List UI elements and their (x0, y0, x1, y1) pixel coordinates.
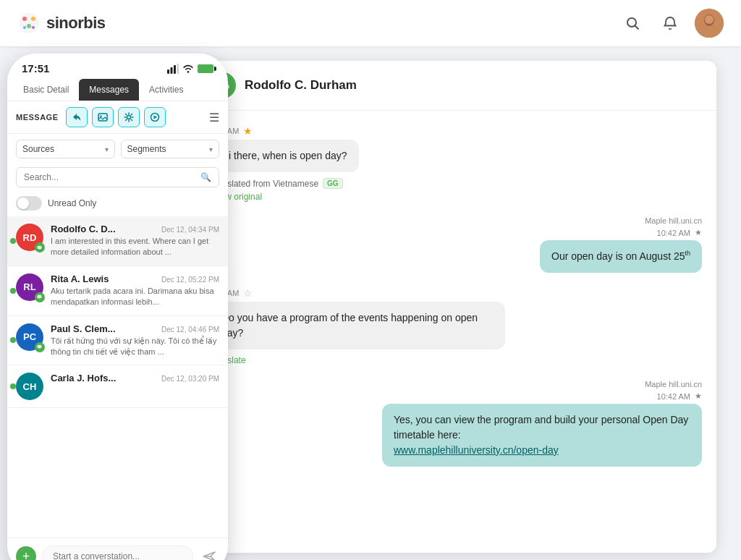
svg-point-22 (187, 71, 190, 73)
conversation-body: Paul S. Clem... Dec 12, 04:46 PM Tôi rất… (51, 323, 219, 358)
conversation-item[interactable]: PC Paul S. Clem... Dec 12, 04:46 PM Tôi … (7, 316, 228, 366)
user-avatar[interactable] (695, 9, 724, 38)
chat-contact-name: Rodolfo C. Durham (245, 78, 357, 93)
chat-header: Rodolfo C. Durham (195, 61, 716, 111)
star-icon[interactable]: ★ (695, 391, 702, 401)
contact-name: Paul S. Clem... (51, 323, 116, 334)
svg-rect-21 (177, 64, 179, 74)
svg-rect-20 (174, 65, 176, 74)
wechat-badge (35, 342, 45, 352)
svg-rect-18 (167, 69, 169, 74)
wechat-badge (35, 242, 45, 253)
svg-rect-19 (171, 67, 173, 74)
battery-icon (198, 64, 213, 73)
app-name: sinorbis (46, 14, 106, 33)
svg-point-5 (32, 26, 35, 29)
toolbar-menu-button[interactable]: ☰ (209, 111, 219, 124)
chat-panel: Rodolfo C. Durham 9:42 AM ★ Hi there, wh… (195, 61, 716, 553)
star-empty-icon[interactable]: ☆ (243, 287, 253, 299)
unread-dot (10, 238, 16, 244)
sources-filter[interactable]: Sources ▾ (16, 140, 115, 158)
message-item: 9:42 AM ★ Hi there, when is open day? Tr… (210, 125, 505, 202)
gear-icon (124, 112, 134, 122)
svg-point-3 (27, 24, 31, 28)
reply-button[interactable] (66, 107, 88, 127)
svg-point-2 (31, 17, 35, 21)
message-bubble: Hi there, when is open day? (210, 140, 359, 172)
search-button[interactable] (619, 10, 645, 36)
svg-point-0 (19, 13, 39, 33)
star-icon[interactable]: ★ (695, 228, 702, 237)
unread-row: Unread Only (7, 193, 228, 216)
svg-point-33 (39, 297, 40, 297)
message-input[interactable] (42, 546, 193, 560)
chat-messages: 9:42 AM ★ Hi there, when is open day? Tr… (195, 111, 716, 553)
message-item: 9:42 AM ☆ Do you have a program of the e… (210, 287, 505, 365)
send-icon (202, 549, 216, 560)
mobile-tabs: Basic Detail Messages Activities (7, 79, 228, 101)
contact-name: Rodolfo C. D... (51, 224, 116, 234)
contact-name: Carla J. Hofs... (51, 373, 116, 383)
star-icon[interactable]: ★ (243, 125, 253, 137)
settings-button[interactable] (118, 107, 140, 127)
contact-avatar: CH (16, 373, 43, 400)
unread-dot (10, 288, 16, 294)
notifications-button[interactable] (657, 10, 683, 36)
svg-marker-27 (153, 116, 157, 119)
contact-avatar: RD (16, 224, 43, 251)
chevron-down-icon: ▾ (105, 145, 109, 153)
image-icon (98, 112, 108, 122)
tab-messages[interactable]: Messages (79, 79, 139, 101)
reply-icon (72, 112, 82, 122)
svg-point-25 (127, 116, 130, 119)
svg-point-4 (23, 26, 26, 29)
message-date: Dec 12, 04:46 PM (161, 326, 219, 334)
message-input-bar: + (7, 538, 228, 560)
unread-dot (10, 337, 16, 343)
unread-toggle[interactable] (16, 196, 42, 211)
search-icon (625, 16, 640, 30)
conversation-item[interactable]: RD Rodolfo C. D... Dec 12, 04:34 PM I am… (7, 216, 228, 266)
tab-activities[interactable]: Activities (139, 79, 193, 101)
search-icon-small: 🔍 (200, 172, 211, 182)
conversation-item[interactable]: CH Carla J. Hofs... Dec 12, 03:20 PM (7, 365, 228, 408)
conv-header: Carla J. Hofs... Dec 12, 03:20 PM (51, 373, 219, 383)
conversation-list: RD Rodolfo C. D... Dec 12, 04:34 PM I am… (7, 216, 228, 538)
message-preview: Tôi rất hứng thú với sự kiện này. Tôi có… (51, 336, 219, 358)
status-icons (167, 64, 213, 74)
segments-filter[interactable]: Segments ▾ (121, 140, 220, 158)
message-time: 10:42 AM ★ (657, 228, 702, 237)
send-button[interactable] (199, 546, 219, 560)
translation-info: Translated from Vietnamese GG (210, 178, 343, 189)
image-button[interactable] (92, 107, 114, 127)
tab-basic-detail[interactable]: Basic Detail (13, 79, 79, 101)
message-link[interactable]: www.maplehilluniversity.cn/open-day (394, 444, 559, 456)
message-sender: Maple hill.uni.cn (645, 380, 702, 389)
avatar-image (695, 9, 724, 38)
unread-dot (10, 383, 16, 389)
svg-point-29 (38, 247, 38, 247)
main-content: Rodolfo C. Durham 9:42 AM ★ Hi there, wh… (0, 46, 741, 560)
contact-avatar: PC (16, 323, 43, 351)
message-preview: Aku tertarik pada acara ini. Darimana ak… (51, 286, 219, 308)
chevron-down-icon: ▾ (209, 145, 213, 153)
svg-line-7 (635, 26, 639, 30)
mobile-toolbar: MESSAGE (7, 101, 228, 134)
wifi-icon (182, 64, 194, 74)
svg-point-35 (38, 346, 38, 347)
add-conversation-button[interactable]: + (16, 546, 36, 560)
conversation-body: Rita A. Lewis Dec 12, 05:22 PM Aku terta… (51, 273, 219, 308)
signal-icon (167, 64, 179, 74)
message-sender: Maple hill.uni.cn (645, 216, 702, 225)
search-input[interactable] (24, 172, 196, 182)
message-bubble: Do you have a program of the events happ… (210, 302, 505, 349)
message-item: Maple hill.uni.cn 10:42 AM ★ Our open da… (540, 216, 702, 273)
navbar-actions (619, 9, 724, 38)
conversation-item[interactable]: RL Rita A. Lewis Dec 12, 05:22 PM Aku te… (7, 266, 228, 316)
bell-icon (663, 16, 677, 30)
mobile-phone: 17:51 Basic Detail Messag (7, 54, 228, 560)
message-date: Dec 12, 03:20 PM (161, 375, 219, 383)
svg-point-1 (22, 17, 27, 21)
play-button[interactable] (144, 107, 166, 127)
message-bubble: Our open day is on August 25th (540, 240, 702, 273)
